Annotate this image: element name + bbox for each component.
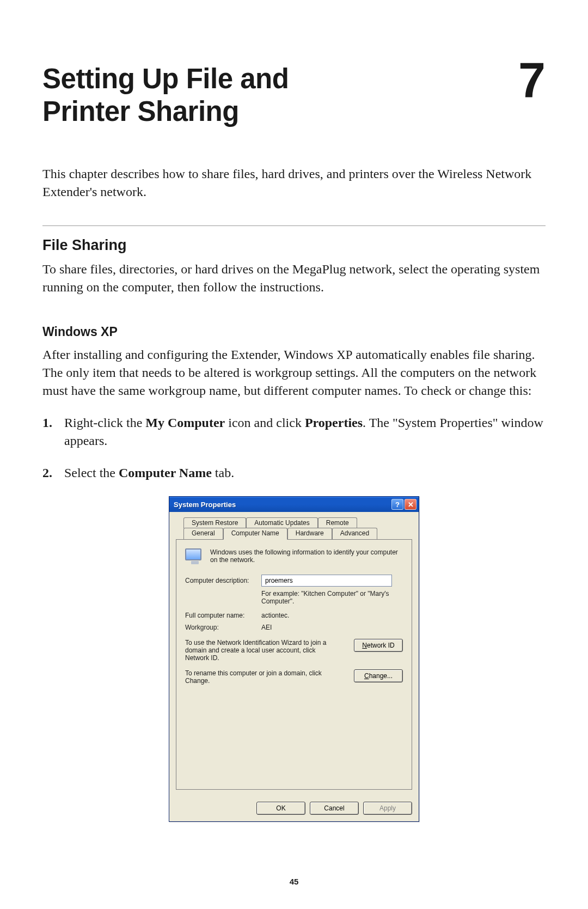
step-number: 2. (42, 464, 56, 482)
fullname-value: actiontec. (261, 612, 403, 619)
tab-general[interactable]: General (183, 528, 223, 539)
section-title: File Sharing (42, 237, 546, 254)
chapter-title-line1: Setting Up File and (42, 63, 289, 95)
description-hint: For example: "Kitchen Computer" or "Mary… (261, 590, 397, 605)
step-text: Select the Computer Name tab. (64, 464, 234, 482)
chapter-number: 7 (518, 60, 546, 100)
divider (42, 225, 546, 226)
tab-remote[interactable]: Remote (318, 517, 357, 528)
dialog-title: System Properties (174, 501, 390, 509)
fullname-label: Full computer name: (185, 612, 261, 619)
step-1: 1. Right-click the My Computer icon and … (42, 414, 546, 450)
computer-icon (185, 548, 205, 567)
close-button[interactable]: ✕ (405, 499, 416, 510)
intro-paragraph: This chapter describes how to share file… (42, 165, 546, 201)
workgroup-label: Workgroup: (185, 624, 261, 631)
dialog-titlebar[interactable]: System Properties ? ✕ (169, 497, 419, 512)
info-text: Windows uses the following information t… (210, 548, 403, 564)
help-button[interactable]: ? (391, 499, 403, 510)
change-button[interactable]: Change... (354, 669, 403, 682)
network-id-button[interactable]: Network ID (354, 639, 403, 652)
step-2: 2. Select the Computer Name tab. (42, 464, 546, 482)
ok-button[interactable]: OK (256, 802, 305, 815)
tab-automatic-updates[interactable]: Automatic Updates (246, 517, 317, 528)
tab-panel: Windows uses the following information t… (176, 539, 412, 790)
subsection-title: Windows XP (42, 325, 546, 339)
cancel-button[interactable]: Cancel (310, 802, 359, 815)
tab-system-restore[interactable]: System Restore (183, 517, 246, 528)
description-label: Computer description: (185, 577, 261, 584)
step-number: 1. (42, 414, 56, 450)
system-properties-dialog: System Properties ? ✕ System Restore Aut… (169, 496, 419, 822)
tab-computer-name[interactable]: Computer Name (223, 528, 287, 540)
tab-advanced[interactable]: Advanced (332, 528, 377, 539)
chapter-title-line2: Printer Sharing (42, 95, 289, 128)
workgroup-value: AEI (261, 624, 403, 631)
apply-button[interactable]: Apply (363, 802, 412, 815)
section-body: To share files, directories, or hard dri… (42, 260, 546, 296)
step-text: Right-click the My Computer icon and cli… (64, 414, 546, 450)
description-input[interactable] (261, 575, 392, 587)
page-number: 45 (0, 877, 588, 886)
networkid-text: To use the Network Identification Wizard… (185, 639, 338, 662)
subsection-body: After installing and configuring the Ext… (42, 346, 546, 400)
tab-hardware[interactable]: Hardware (287, 528, 332, 539)
change-text: To rename this computer or join a domain… (185, 669, 338, 685)
